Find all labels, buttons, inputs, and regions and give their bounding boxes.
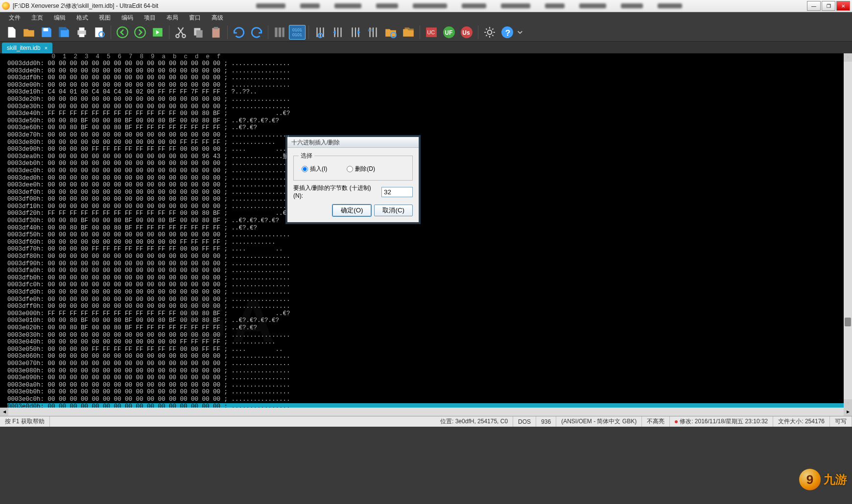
copy-icon[interactable] — [190, 24, 207, 41]
hex-row[interactable]: 0003e050h: 00 00 00 00 FF FF FF FF FF FF… — [7, 346, 852, 353]
hex-row[interactable]: 0003dea0h: 00 00 00 00 00 00 00 00 00 00… — [7, 153, 852, 160]
hex-row[interactable]: 0003de40h: FF FF FF FF FF FF FF FF FF FF… — [7, 110, 852, 117]
hex-row[interactable]: 0003e0b0h: 00 00 00 00 00 00 00 00 00 00… — [7, 389, 852, 396]
hex-row[interactable]: 0003def0h: 00 00 00 00 00 00 00 00 00 00… — [7, 189, 852, 196]
hex-row[interactable]: 0003de20h: 00 00 00 00 00 00 00 00 00 00… — [7, 96, 852, 103]
hex-row[interactable]: 0003ddf0h: 00 00 00 00 00 00 00 00 00 00… — [7, 74, 852, 82]
hex-row[interactable]: 0003dfd0h: 00 00 00 00 00 00 00 00 00 00… — [7, 289, 852, 296]
back-icon[interactable] — [114, 24, 131, 41]
uf-icon[interactable]: UF — [441, 24, 457, 41]
menu-高级[interactable]: 高级 — [207, 12, 228, 23]
hex-row[interactable]: 0003df80h: 00 00 00 00 00 00 00 00 00 00… — [7, 253, 852, 260]
column-mode-icon[interactable] — [271, 24, 288, 41]
redo-icon[interactable] — [248, 24, 265, 41]
hex-row[interactable]: 0003e060h: 00 00 00 00 00 00 00 00 00 00… — [7, 353, 852, 360]
menu-窗口[interactable]: 窗口 — [184, 12, 206, 23]
hex-row[interactable]: 0003dfc0h: 00 00 00 00 00 00 00 00 00 00… — [7, 281, 852, 289]
tab-skill-item[interactable]: skill_item.idb × — [2, 43, 52, 53]
hex-mode-icon[interactable]: 01010101 — [289, 25, 306, 40]
toolbar-dropdown-icon[interactable] — [517, 24, 523, 41]
hex-editor[interactable]: GA 0 1 2 3 4 5 6 7 8 9 a b c d e f 0003d… — [0, 53, 852, 408]
hex-row[interactable]: 0003e000h: FF FF FF FF FF FF FF FF FF FF… — [7, 310, 852, 318]
bytes-input[interactable] — [381, 187, 413, 197]
hex-body[interactable]: 0003ddd0h: 00 00 00 00 00 00 00 00 00 00… — [0, 60, 852, 408]
hex-row[interactable]: 0003de00h: 00 00 00 00 00 00 00 00 00 00… — [7, 82, 852, 89]
hex-row[interactable]: 0003dec0h: 00 00 00 00 00 00 00 00 00 00… — [7, 167, 852, 175]
paste-icon[interactable] — [208, 24, 224, 41]
menu-编辑[interactable]: 编辑 — [49, 12, 71, 23]
us-icon[interactable]: Us — [458, 24, 475, 41]
hex-row[interactable]: 0003de50h: 00 00 80 BF 00 00 80 BF 00 00… — [7, 117, 852, 125]
ok-button[interactable]: 确定(O) — [332, 205, 371, 216]
hex-row[interactable]: 0003df70h: 00 00 00 00 FF FF FF FF FF FF… — [7, 246, 852, 253]
scroll-left-icon[interactable]: ◀ — [0, 408, 8, 416]
radio-insert[interactable]: 插入(I) — [302, 165, 327, 173]
hex-row[interactable]: 0003dfa0h: 00 00 00 00 00 00 00 00 00 00… — [7, 267, 852, 275]
find-prev-icon[interactable] — [330, 24, 346, 41]
hex-row[interactable]: 0003e030h: 00 00 00 00 00 00 00 00 00 00… — [7, 332, 852, 339]
status-highlight[interactable]: 不高亮 — [642, 416, 670, 427]
new-file-icon[interactable] — [3, 24, 20, 41]
hex-row[interactable]: 0003e0a0h: 00 00 00 00 00 00 00 00 00 00… — [7, 382, 852, 389]
cut-icon[interactable] — [172, 24, 189, 41]
hex-row[interactable]: 0003de60h: 00 00 80 BF 00 00 80 BF FF FF… — [7, 124, 852, 132]
hex-row[interactable]: 0003de70h: 00 00 00 00 00 00 00 00 00 00… — [7, 132, 852, 139]
hex-row[interactable]: 0003de30h: 00 00 00 00 00 00 00 00 00 00… — [7, 103, 852, 111]
hex-row[interactable]: 0003dde0h: 00 00 00 00 00 00 00 00 00 00… — [7, 68, 852, 75]
menu-编码[interactable]: 编码 — [117, 12, 138, 23]
hex-row[interactable]: 0003dfb0h: 00 00 00 00 00 00 00 00 00 00… — [7, 275, 852, 282]
hex-row[interactable]: 0003df30h: 00 00 80 BF 00 00 80 BF 00 00… — [7, 217, 852, 225]
find-icon[interactable] — [312, 24, 329, 41]
goto-icon[interactable] — [149, 24, 166, 41]
hex-row[interactable]: 0003dee0h: 00 00 00 00 00 00 00 00 00 00… — [7, 182, 852, 189]
minimize-button[interactable]: — — [807, 1, 821, 11]
hex-row[interactable]: 0003df50h: 00 00 00 00 00 00 00 00 00 00… — [7, 231, 852, 239]
hex-row[interactable]: 0003dff0h: 00 00 00 00 00 00 00 00 00 00… — [7, 303, 852, 310]
menu-格式[interactable]: 格式 — [71, 12, 93, 23]
close-button[interactable]: ✕ — [836, 1, 850, 11]
tab-close-icon[interactable]: × — [45, 45, 47, 51]
radio-delete-input[interactable] — [347, 166, 353, 172]
open-file-icon[interactable] — [21, 24, 37, 41]
hex-row[interactable]: 0003df40h: 00 00 80 BF 00 00 80 BF FF FF… — [7, 225, 852, 232]
hex-row[interactable]: 0003e090h: 00 00 00 00 00 00 00 00 00 00… — [7, 374, 852, 382]
hex-row[interactable]: 0003dfe0h: 00 00 00 00 00 00 00 00 00 00… — [7, 296, 852, 303]
hex-row[interactable]: 0003df60h: 00 00 00 00 00 00 00 00 00 00… — [7, 239, 852, 246]
hex-row[interactable]: 0003e010h: 00 00 80 BF 00 00 80 BF 00 00… — [7, 317, 852, 324]
hex-row[interactable]: 0003de10h: C4 04 01 00 C4 04 C4 04 02 00… — [7, 89, 852, 96]
vertical-scrollbar[interactable]: ▲ ▼ — [844, 53, 852, 408]
save-all-icon[interactable] — [56, 24, 72, 41]
menu-文件[interactable]: 文件 — [4, 12, 25, 23]
find-in-files-icon[interactable] — [382, 24, 399, 41]
hex-row[interactable]: 0003df00h: 00 00 00 00 00 00 00 00 00 00… — [7, 196, 852, 203]
status-lineend[interactable]: DOS — [513, 416, 536, 427]
hex-row[interactable]: 0003e020h: 00 00 80 BF 00 00 80 BF FF FF… — [7, 324, 852, 332]
hex-row[interactable]: 0003de90h: 00 00 00 00 FF FF FF FF FF FF… — [7, 146, 852, 153]
cancel-button[interactable]: 取消(C) — [374, 205, 413, 216]
menu-视图[interactable]: 视图 — [94, 12, 116, 23]
settings-icon[interactable] — [481, 24, 498, 41]
hex-row[interactable]: 0003e070h: 00 00 00 00 00 00 00 00 00 00… — [7, 360, 852, 367]
hex-row[interactable]: 0003ddd0h: 00 00 00 00 00 00 00 00 00 00… — [7, 60, 852, 68]
scroll-thumb[interactable] — [845, 318, 851, 326]
hex-row[interactable]: 0003e080h: 00 00 00 00 00 00 00 00 00 00… — [7, 367, 852, 375]
maximize-button[interactable]: ❐ — [822, 1, 835, 11]
radio-insert-input[interactable] — [302, 166, 308, 172]
replace-in-files-icon[interactable] — [400, 24, 417, 41]
hex-row[interactable]: 0003e0c0h: 00 00 00 00 00 00 00 00 00 00… — [7, 396, 852, 403]
menu-项目[interactable]: 项目 — [139, 12, 161, 23]
hex-row[interactable]: 0003df10h: 00 00 00 00 00 00 00 00 00 00… — [7, 203, 852, 210]
scroll-down-icon[interactable]: ▼ — [844, 399, 852, 408]
hex-row[interactable]: 0003e0d0h: 00 00 00 00 00 00 00 00 00 00… — [7, 403, 852, 408]
undo-icon[interactable] — [231, 24, 247, 41]
compare-icon[interactable]: UC — [423, 24, 440, 41]
menu-布局[interactable]: 布局 — [162, 12, 183, 23]
print-preview-icon[interactable] — [91, 24, 108, 41]
print-icon[interactable] — [73, 24, 90, 41]
status-encoding[interactable]: (ANSI/OEM - 简体中文 GBK) — [556, 416, 642, 427]
hex-row[interactable]: 0003ded0h: 00 00 00 00 00 00 00 00 00 00… — [7, 175, 852, 182]
help-icon[interactable]: ? — [499, 24, 516, 41]
forward-icon[interactable] — [132, 24, 148, 41]
hex-row[interactable]: 0003df20h: FF FF FF FF FF FF FF FF FF FF… — [7, 210, 852, 217]
hex-row[interactable]: 0003e040h: 00 00 00 00 00 00 00 00 00 00… — [7, 339, 852, 346]
